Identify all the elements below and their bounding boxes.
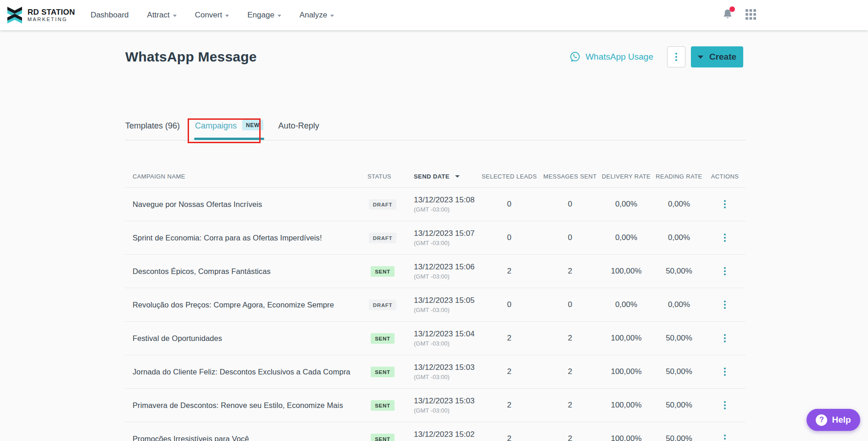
send-date-timezone: (GMT -03:00) <box>414 407 477 414</box>
create-button[interactable]: Create <box>691 46 743 67</box>
table-row: Descontos Épicos, Compras Fantásticas SE… <box>125 255 746 288</box>
messages-sent-value: 2 <box>541 334 599 343</box>
campaign-name-link[interactable]: Jornada do Cliente Feliz: Descontos Excl… <box>133 368 351 376</box>
whatsapp-usage-link[interactable]: WhatsApp Usage <box>569 51 653 63</box>
delivery-rate-value: 100,00% <box>599 267 654 276</box>
table-row: Primavera de Descontos: Renove seu Estil… <box>125 389 746 422</box>
send-date: 13/12/2023 15:02 <box>414 430 477 439</box>
apps-grid-button[interactable] <box>746 9 756 22</box>
campaign-name-link[interactable]: Primavera de Descontos: Renove seu Estil… <box>133 401 343 409</box>
row-actions-kebab-icon[interactable] <box>720 398 729 412</box>
campaign-name-link[interactable]: Promoções Irresistíveis para Você <box>133 435 249 441</box>
messages-sent-value: 0 <box>541 200 599 209</box>
table-header-row: CAMPAIGN NAME STATUS SEND DATE SELECTED … <box>125 165 746 188</box>
header-more-options-button[interactable] <box>667 46 685 67</box>
question-mark-icon: ? <box>816 414 827 426</box>
chevron-down-icon <box>173 15 177 17</box>
nav-item-engage[interactable]: Engage <box>247 11 281 20</box>
top-navbar: RD STATION MARKETING Dashboard Attract C… <box>0 0 868 30</box>
send-date: 13/12/2023 15:08 <box>414 195 477 205</box>
messages-sent-value: 2 <box>541 401 599 410</box>
campaign-name-link[interactable]: Festival de Oportunidades <box>133 334 222 342</box>
reading-rate-value: 50,00% <box>654 434 704 441</box>
campaign-name-link[interactable]: Revolução dos Preços: Compre Agora, Econ… <box>133 301 334 309</box>
status-badge: SENT <box>371 266 394 277</box>
tab-bar: Templates (96) Campaigns NEW Auto-Reply <box>125 120 319 140</box>
row-actions-kebab-icon[interactable] <box>720 298 729 312</box>
status-badge: SENT <box>371 367 394 377</box>
tab-campaigns[interactable]: Campaigns NEW <box>195 120 263 140</box>
reading-rate-value: 0,00% <box>654 233 704 242</box>
page-title: WhatsApp Message <box>125 49 257 65</box>
tab-auto-reply[interactable]: Auto-Reply <box>278 120 319 140</box>
col-messages-sent: MESSAGES SENT <box>541 173 599 180</box>
row-actions-kebab-icon[interactable] <box>720 264 729 278</box>
messages-sent-value: 2 <box>541 267 599 276</box>
col-status: STATUS <box>362 173 404 180</box>
sort-desc-icon <box>455 175 460 178</box>
table-row: Navegue por Nossas Ofertas Incríveis DRA… <box>125 188 746 221</box>
reading-rate-value: 0,00% <box>654 300 704 309</box>
status-badge: DRAFT <box>369 300 396 310</box>
selected-leads-value: 2 <box>477 334 541 343</box>
tab-templates[interactable]: Templates (96) <box>125 120 180 140</box>
selected-leads-value: 2 <box>477 401 541 410</box>
notifications-button[interactable] <box>722 8 734 22</box>
delivery-rate-value: 0,00% <box>599 300 654 309</box>
send-date-timezone: (GMT -03:00) <box>414 307 477 313</box>
chevron-down-icon <box>225 15 229 17</box>
col-send-date-sortable[interactable]: SEND DATE <box>404 173 477 180</box>
row-actions-kebab-icon[interactable] <box>720 365 729 379</box>
status-badge: SENT <box>371 434 394 441</box>
nav-item-analyze[interactable]: Analyze <box>300 11 334 20</box>
col-campaign-name: CAMPAIGN NAME <box>125 173 362 180</box>
table-row: Jornada do Cliente Feliz: Descontos Excl… <box>125 355 746 389</box>
nav-item-attract[interactable]: Attract <box>147 11 177 20</box>
selected-leads-value: 2 <box>477 367 541 376</box>
whatsapp-icon <box>569 51 581 63</box>
selected-leads-value: 2 <box>477 267 541 276</box>
row-actions-kebab-icon[interactable] <box>720 231 729 245</box>
rd-station-logo[interactable]: RD STATION MARKETING <box>6 6 75 24</box>
status-badge: SENT <box>371 333 394 344</box>
selected-leads-value: 0 <box>477 300 541 309</box>
table-row: Festival de Oportunidades SENT 13/12/202… <box>125 322 746 355</box>
reading-rate-value: 50,00% <box>654 267 704 276</box>
selected-leads-value: 2 <box>477 434 541 441</box>
campaign-name-link[interactable]: Sprint de Economia: Corra para as Oferta… <box>133 234 322 242</box>
send-date-timezone: (GMT -03:00) <box>414 206 477 213</box>
table-row: Revolução dos Preços: Compre Agora, Econ… <box>125 288 746 322</box>
send-date: 13/12/2023 15:05 <box>414 296 477 305</box>
campaign-name-link[interactable]: Navegue por Nossas Ofertas Incríveis <box>133 200 262 208</box>
send-date: 13/12/2023 15:03 <box>414 396 477 406</box>
help-button[interactable]: ? Help <box>807 409 860 431</box>
status-badge: SENT <box>371 400 394 411</box>
rd-station-logo-icon <box>6 6 23 24</box>
selected-leads-value: 0 <box>477 233 541 242</box>
table-row: Sprint de Economia: Corra para as Oferta… <box>125 221 746 255</box>
brand-name: RD STATION <box>28 8 75 17</box>
nav-item-convert[interactable]: Convert <box>195 11 229 20</box>
messages-sent-value: 0 <box>541 233 599 242</box>
nav-item-dashboard[interactable]: Dashboard <box>90 11 128 20</box>
messages-sent-value: 2 <box>541 367 599 376</box>
row-actions-kebab-icon[interactable] <box>720 197 729 211</box>
row-actions-kebab-icon[interactable] <box>720 331 729 345</box>
table-row: Promoções Irresistíveis para Você SENT 1… <box>125 422 746 441</box>
tabs-divider <box>125 140 746 140</box>
delivery-rate-value: 100,00% <box>599 401 654 410</box>
chevron-down-icon <box>278 15 281 17</box>
delivery-rate-value: 100,00% <box>599 367 654 376</box>
send-date-timezone: (GMT -03:00) <box>414 240 477 246</box>
reading-rate-value: 50,00% <box>654 334 704 343</box>
messages-sent-value: 2 <box>541 434 599 441</box>
main-nav: Dashboard Attract Convert Engage Analyze <box>90 11 334 20</box>
reading-rate-value: 0,00% <box>654 200 704 209</box>
campaign-name-link[interactable]: Descontos Épicos, Compras Fantásticas <box>133 267 271 275</box>
chevron-down-icon <box>698 56 703 59</box>
send-date: 13/12/2023 15:06 <box>414 262 477 272</box>
col-delivery-rate: DELIVERY RATE <box>599 173 654 180</box>
row-actions-kebab-icon[interactable] <box>720 432 729 441</box>
new-badge: NEW <box>242 120 263 130</box>
col-reading-rate: READING RATE <box>654 173 704 180</box>
